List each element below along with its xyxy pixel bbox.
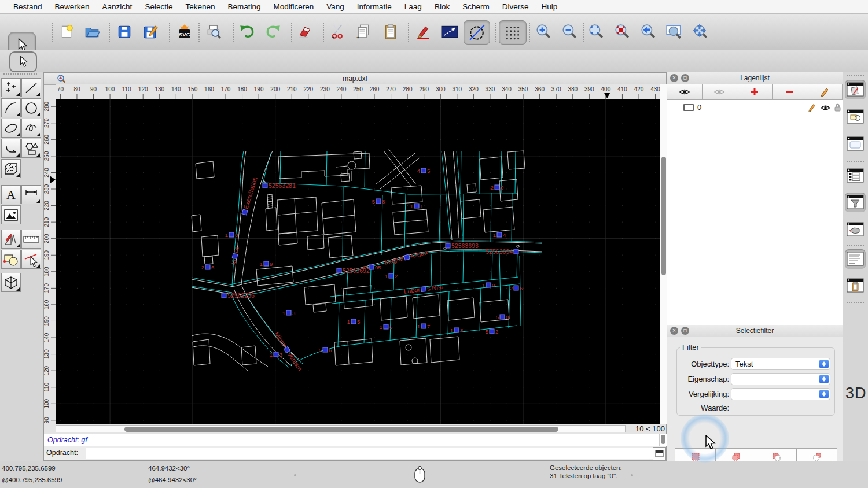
dimension-arrow-button[interactable] <box>440 22 459 42</box>
parcel-line[interactable] <box>439 195 440 243</box>
edit-layer-button[interactable] <box>807 84 843 99</box>
building-outline[interactable] <box>507 151 525 169</box>
command-input[interactable] <box>86 448 655 459</box>
zoom-extents-button[interactable] <box>586 22 606 42</box>
lock-icon[interactable] <box>834 103 841 112</box>
building-outline[interactable] <box>336 166 347 167</box>
building-outline[interactable] <box>192 346 248 371</box>
map-text-label[interactable]: 52 <box>486 328 499 335</box>
hide-all-layers-button[interactable] <box>703 84 738 99</box>
building-outline[interactable] <box>234 151 246 287</box>
text-tool[interactable]: A <box>1 185 21 204</box>
map-text-label[interactable]: 17 <box>417 323 431 330</box>
map-text-label[interactable]: 26 <box>201 264 215 271</box>
detach-icon[interactable]: ◻ <box>681 327 689 335</box>
menu-laag[interactable]: Laag <box>398 2 428 11</box>
map-text-label[interactable]: 14 <box>493 232 506 238</box>
construction-tool[interactable] <box>1 230 21 249</box>
map-text-label[interactable]: 18 <box>450 327 464 334</box>
clipboard-panel-button[interactable] <box>845 276 866 295</box>
map-text-label[interactable]: 11 <box>410 203 424 209</box>
map-text-label[interactable]: 19 <box>260 261 273 267</box>
parcel-line[interactable] <box>370 268 371 293</box>
building-outline[interactable] <box>278 212 317 215</box>
arc-tool[interactable] <box>1 98 21 117</box>
building-outline[interactable] <box>380 158 420 189</box>
building-outline[interactable] <box>192 215 201 232</box>
erase-button[interactable] <box>296 22 316 42</box>
building-outline[interactable] <box>304 284 336 305</box>
zoom-previous-button[interactable] <box>638 22 658 42</box>
add-layer-button[interactable] <box>737 84 773 99</box>
parcel-line[interactable] <box>404 194 406 248</box>
paste-button[interactable] <box>381 22 400 42</box>
undo-button[interactable] <box>237 22 257 42</box>
parcel-line[interactable] <box>515 151 516 193</box>
building-outline[interactable] <box>307 235 324 250</box>
building-outline[interactable] <box>256 266 293 286</box>
blocks-panel-button[interactable] <box>845 107 866 127</box>
menu-tekenen[interactable]: Tekenen <box>179 2 221 11</box>
objecttype-select[interactable]: Tekst <box>731 358 830 370</box>
modify-tool[interactable] <box>1 250 21 269</box>
parcel-line[interactable] <box>492 252 492 280</box>
layer-row[interactable]: 0 <box>667 101 843 113</box>
map-text-label[interactable]: 4306 <box>230 246 240 267</box>
parcel-line[interactable] <box>416 295 417 338</box>
eye-icon[interactable] <box>820 104 831 112</box>
building-outline[interactable] <box>196 161 214 179</box>
3d-panel-button[interactable]: 3D <box>845 385 867 402</box>
strip-handle[interactable] <box>847 75 864 76</box>
parcel-line[interactable] <box>499 253 501 301</box>
map-text-label[interactable]: 15 <box>347 319 361 325</box>
map-text-label[interactable]: Labors Nisi <box>403 283 443 295</box>
parcel-line[interactable] <box>192 278 233 285</box>
map-text-label[interactable]: 45 <box>417 168 431 174</box>
map-text-label[interactable]: 52562236 <box>222 292 255 299</box>
print-preview-button[interactable] <box>204 22 224 42</box>
canvas-horizontal-scrollbar[interactable] <box>56 425 626 432</box>
cut-button[interactable]: + <box>329 22 348 42</box>
map-text-label[interactable]: 50 <box>496 314 509 320</box>
scrollbar-thumb[interactable] <box>661 435 665 444</box>
command-window-button[interactable] <box>653 447 666 460</box>
parcel-line[interactable] <box>463 250 464 283</box>
parcel-line[interactable] <box>192 286 232 293</box>
inspector-panel-button[interactable] <box>845 220 866 239</box>
map-text-label[interactable]: 10 <box>225 232 238 238</box>
show-all-layers-button[interactable] <box>667 84 703 99</box>
map-text-label[interactable]: Exercitation <box>241 176 259 215</box>
building-outline[interactable] <box>277 197 318 234</box>
menu-diverse[interactable]: Diverse <box>496 2 535 11</box>
layer-list-panel-button[interactable] <box>845 166 866 186</box>
history-scrollbar[interactable] <box>659 434 667 446</box>
scrollbar-thumb[interactable] <box>661 157 666 275</box>
palette-handle[interactable] <box>3 73 37 76</box>
menu-blok[interactable]: Blok <box>428 2 456 11</box>
close-icon[interactable]: × <box>670 327 678 335</box>
parcel-line[interactable] <box>457 151 462 236</box>
save-as-button[interactable] <box>141 22 160 42</box>
parcel-line[interactable] <box>290 326 517 365</box>
building-outline[interactable] <box>480 157 503 180</box>
grid-toggle-button[interactable] <box>499 20 527 45</box>
vergelijking-select[interactable] <box>731 388 830 400</box>
building-outline[interactable] <box>430 337 459 363</box>
map-text-label[interactable]: 13 <box>282 310 296 316</box>
building-outline[interactable] <box>444 151 452 240</box>
menu-hulp[interactable]: Hulp <box>535 2 564 11</box>
map-text-label[interactable]: 26 <box>510 285 523 291</box>
save-button[interactable] <box>115 22 134 42</box>
detach-icon[interactable]: ◻ <box>681 74 689 82</box>
points-tool[interactable] <box>1 78 21 97</box>
ellipse-tool[interactable] <box>1 119 21 138</box>
building-outline[interactable] <box>267 197 273 206</box>
building-outline[interactable] <box>483 207 514 232</box>
map-text-label[interactable]: 56 <box>319 347 332 353</box>
parcel-line[interactable] <box>479 151 480 194</box>
menu-bewerken[interactable]: Bewerken <box>49 2 96 11</box>
building-outline[interactable] <box>241 346 256 365</box>
draw-pencil-button[interactable] <box>414 22 433 42</box>
svg-export-button[interactable]: SVG <box>175 22 194 42</box>
building-outline[interactable] <box>192 279 234 287</box>
